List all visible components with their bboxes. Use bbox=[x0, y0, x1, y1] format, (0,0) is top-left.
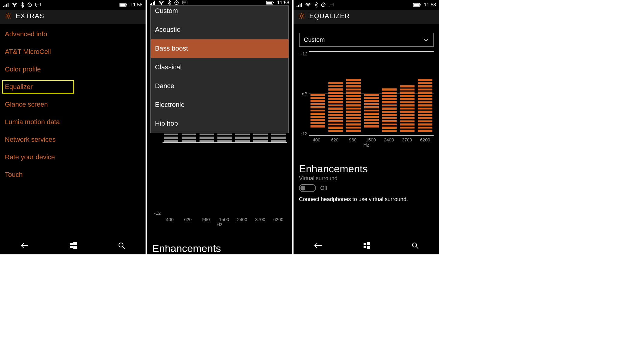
xaxis-tick: 3700 bbox=[253, 217, 267, 222]
search-button[interactable] bbox=[115, 240, 128, 252]
battery-icon bbox=[413, 3, 421, 7]
svg-rect-0 bbox=[3, 6, 4, 7]
extras-item[interactable]: Network services bbox=[5, 136, 141, 144]
extras-item[interactable]: AT&T MicroCell bbox=[5, 48, 141, 56]
page-header: EXTRAS bbox=[0, 10, 146, 24]
preset-combo[interactable]: Custom bbox=[299, 33, 434, 47]
svg-rect-1 bbox=[5, 5, 5, 7]
svg-rect-51 bbox=[414, 4, 419, 6]
eq-band[interactable] bbox=[364, 52, 379, 135]
location-icon bbox=[174, 0, 179, 5]
xaxis-tick: 960 bbox=[345, 137, 360, 142]
status-bar: 11:58 bbox=[0, 0, 146, 10]
xaxis-tick: 400 bbox=[163, 217, 177, 222]
preset-option[interactable]: Bass boost bbox=[151, 39, 288, 58]
hz-label: Hz bbox=[299, 142, 434, 148]
eq-band[interactable] bbox=[418, 52, 432, 135]
eq-band[interactable] bbox=[328, 52, 343, 135]
xaxis-tick: 620 bbox=[181, 217, 195, 222]
nav-bar bbox=[294, 238, 439, 254]
svg-line-19 bbox=[123, 247, 125, 249]
xaxis-tick: 1500 bbox=[364, 137, 378, 142]
extras-item[interactable]: Advanced info bbox=[5, 30, 141, 38]
eq-band[interactable] bbox=[382, 52, 397, 135]
preset-option[interactable]: Electronic bbox=[151, 95, 288, 114]
svg-point-18 bbox=[119, 243, 123, 247]
svg-rect-41 bbox=[300, 4, 300, 7]
svg-point-26 bbox=[176, 2, 177, 3]
svg-rect-42 bbox=[301, 3, 302, 7]
yaxis-bottom: -12 bbox=[152, 210, 161, 216]
xaxis: 4006209601500240037006200 bbox=[299, 136, 434, 142]
start-button[interactable] bbox=[361, 240, 373, 252]
virtual-surround-toggle[interactable] bbox=[299, 184, 316, 192]
extras-item[interactable]: Equalizer bbox=[5, 83, 72, 91]
clock: 11:58 bbox=[277, 0, 289, 5]
preset-option[interactable]: Acoustic bbox=[151, 20, 288, 39]
yaxis-mid: dB bbox=[299, 91, 307, 96]
svg-rect-54 bbox=[367, 242, 370, 245]
extras-item[interactable]: Lumia motion data bbox=[5, 118, 141, 126]
eq-chart-bg: -12 bbox=[152, 131, 287, 216]
preset-option[interactable]: Custom bbox=[151, 6, 288, 20]
eq-band[interactable] bbox=[310, 52, 325, 135]
svg-rect-20 bbox=[150, 4, 151, 5]
svg-point-6 bbox=[29, 5, 30, 5]
battery-icon bbox=[266, 1, 274, 5]
xaxis-tick: 6200 bbox=[418, 137, 432, 142]
enhancements-heading: Enhancements bbox=[299, 163, 434, 175]
svg-rect-46 bbox=[329, 3, 334, 6]
svg-point-24 bbox=[161, 4, 162, 5]
enhancements-heading: Enhancements bbox=[152, 243, 287, 254]
yaxis-bottom: -12 bbox=[299, 131, 307, 136]
xaxis-tick: 6200 bbox=[271, 217, 286, 222]
wifi-icon bbox=[12, 3, 18, 7]
extras-list: Advanced infoAT&T MicroCellColor profile… bbox=[0, 24, 146, 185]
svg-rect-17 bbox=[73, 246, 77, 249]
svg-rect-12 bbox=[120, 4, 126, 6]
xaxis: 4006209601500240037006200 bbox=[152, 216, 287, 222]
svg-point-4 bbox=[14, 6, 15, 7]
svg-rect-16 bbox=[70, 246, 73, 248]
start-button[interactable] bbox=[67, 240, 80, 252]
extras-item[interactable]: Rate your device bbox=[5, 153, 141, 161]
screen-extras: 11:58 EXTRAS Advanced infoAT&T MicroCell… bbox=[0, 0, 146, 254]
preset-option[interactable]: Classical bbox=[151, 58, 288, 77]
svg-point-52 bbox=[300, 15, 303, 17]
xaxis-tick: 1500 bbox=[217, 217, 231, 222]
hz-label: Hz bbox=[152, 222, 287, 227]
svg-rect-14 bbox=[70, 243, 73, 245]
eq-band[interactable] bbox=[346, 52, 361, 135]
virtual-surround-label: Virtual surround bbox=[299, 175, 434, 182]
back-button[interactable] bbox=[311, 241, 325, 252]
preset-option[interactable]: Dance bbox=[151, 77, 288, 95]
svg-rect-3 bbox=[8, 3, 8, 7]
nav-bar bbox=[0, 238, 146, 254]
screen-equalizer: 11:58 EQUALIZER Custom +12 dB -12 bbox=[294, 0, 439, 254]
svg-rect-21 bbox=[151, 3, 152, 5]
preset-option[interactable]: Hip hop bbox=[151, 114, 288, 133]
status-bar: 11:58 bbox=[147, 0, 292, 5]
chevron-down-icon bbox=[423, 36, 429, 43]
eq-band[interactable] bbox=[400, 52, 415, 135]
svg-point-13 bbox=[7, 15, 9, 17]
screen-eq-dropdown: 11:58 -12 4006209601500240037006200 Hz E… bbox=[147, 0, 292, 254]
svg-rect-32 bbox=[267, 2, 272, 4]
extras-item[interactable]: Color profile bbox=[5, 65, 141, 73]
svg-point-43 bbox=[308, 6, 308, 7]
back-button[interactable] bbox=[18, 241, 32, 252]
page-title: EXTRAS bbox=[16, 12, 44, 20]
xaxis-tick: 620 bbox=[327, 137, 342, 142]
svg-rect-50 bbox=[420, 4, 421, 5]
svg-rect-39 bbox=[297, 6, 297, 7]
xaxis-tick: 2400 bbox=[382, 137, 396, 142]
xaxis-tick: 3700 bbox=[400, 137, 414, 142]
svg-point-57 bbox=[412, 243, 417, 247]
wifi-icon bbox=[158, 1, 164, 5]
preset-dropdown[interactable]: CustomAcousticBass boostClassicalDanceEl… bbox=[150, 5, 289, 133]
eq-chart[interactable]: +12 dB -12 bbox=[299, 51, 434, 136]
search-button[interactable] bbox=[409, 240, 421, 252]
gear-icon bbox=[4, 12, 12, 20]
extras-item[interactable]: Glance screen bbox=[5, 101, 141, 108]
extras-item[interactable]: Touch bbox=[5, 171, 141, 179]
